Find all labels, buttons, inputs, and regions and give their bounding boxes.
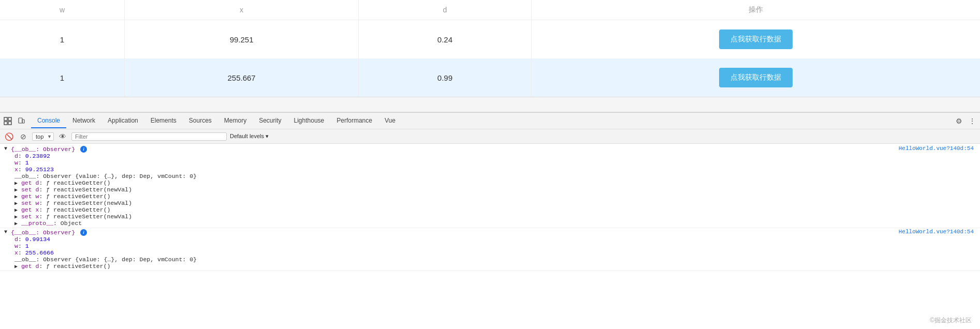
console-entry: ▼ {__ob__: Observer} id: 0.23892w: 1x: 9… xyxy=(0,145,980,228)
console-filter-input[interactable] xyxy=(71,132,227,141)
cell-x: 99.251 xyxy=(124,20,358,59)
console-child-line: d: 0.23892 xyxy=(4,153,872,159)
cell-action: 点我获取行数据 xyxy=(531,20,980,59)
console-clear-btn[interactable]: 🚫 xyxy=(3,131,14,142)
devtools-tabs: ConsoleNetworkApplicationElementsSources… xyxy=(31,114,953,128)
console-expand[interactable]: ▶ xyxy=(14,194,18,200)
col-header-x: x xyxy=(124,0,358,20)
console-child-line: __ob__: Observer {value: {…}, dep: Dep, … xyxy=(4,173,872,180)
fetch-row-button[interactable]: 点我获取行数据 xyxy=(719,29,793,49)
devtools-tab-performance[interactable]: Performance xyxy=(330,114,378,128)
console-source-link[interactable]: HelloWorld.vue?140d:54 xyxy=(876,229,980,235)
data-table: w x d 操作 1 99.251 0.24 点我获取行数据 1 255.667… xyxy=(0,0,980,97)
console-entry-content: ▼ {__ob__: Observer} id: 0.99134w: 1x: 2… xyxy=(0,229,876,270)
console-value: 1 xyxy=(22,159,29,166)
console-child-line: ▶ set w: ƒ reactiveSetter(newVal) xyxy=(4,200,872,206)
console-key: d xyxy=(14,236,18,243)
table-row: 1 99.251 0.24 点我获取行数据 xyxy=(0,20,980,59)
svg-rect-0 xyxy=(4,117,7,121)
console-info-icon: i xyxy=(80,146,87,153)
devtools-right-icons: ⚙ ⋮ xyxy=(953,115,978,127)
console-child-line: d: 0.99134 xyxy=(4,236,872,243)
console-levels-label[interactable]: Default levels ▾ xyxy=(230,133,269,140)
console-toolbar: 🚫 ⊘ top ▼ 👁 Default levels ▾ xyxy=(0,129,980,144)
console-child-line: ▶ set d: ƒ reactiveSetter(newVal) xyxy=(4,186,872,193)
devtools-device-btn[interactable] xyxy=(16,115,27,127)
console-value: 0.23892 xyxy=(22,153,50,159)
devtools-tab-elements[interactable]: Elements xyxy=(144,114,183,128)
console-child-line: w: 1 xyxy=(4,159,872,166)
console-child-line: ▶ get x: ƒ reactiveGetter() xyxy=(4,206,872,213)
col-header-action: 操作 xyxy=(531,0,980,20)
console-key: set w xyxy=(21,200,39,206)
console-key: set x xyxy=(21,213,39,220)
devtools-icon-group xyxy=(2,115,27,127)
devtools-tab-application[interactable]: Application xyxy=(101,114,144,128)
cell-d: 0.99 xyxy=(359,58,531,97)
console-value: 255.6666 xyxy=(22,249,54,256)
devtools-tab-sources[interactable]: Sources xyxy=(183,114,218,128)
devtools-tab-memory[interactable]: Memory xyxy=(218,114,253,128)
devtools-more-btn[interactable]: ⋮ xyxy=(967,115,978,127)
cell-action: 点我获取行数据 xyxy=(531,58,980,97)
fetch-row-button[interactable]: 点我获取行数据 xyxy=(719,68,793,87)
console-expand[interactable]: ▶ xyxy=(14,221,18,227)
console-context-select[interactable]: top xyxy=(32,132,54,141)
console-toggle[interactable]: ▼ xyxy=(4,229,7,235)
console-info-icon: i xyxy=(80,229,87,236)
console-filter-btn[interactable]: ⊘ xyxy=(18,131,29,142)
svg-rect-1 xyxy=(8,117,11,121)
console-key: x xyxy=(14,249,18,256)
console-expand[interactable]: ▶ xyxy=(14,207,18,213)
console-child-line: x: 255.6666 xyxy=(4,249,872,256)
console-expand[interactable]: ▶ xyxy=(14,264,18,270)
console-key: get d xyxy=(21,263,39,270)
console-source-link[interactable]: HelloWorld.vue?140d:54 xyxy=(876,145,980,152)
devtools-inspect-btn[interactable] xyxy=(2,115,13,127)
col-header-w: w xyxy=(0,0,124,20)
devtools-tab-vue[interactable]: Vue xyxy=(378,114,402,128)
devtools-tab-security[interactable]: Security xyxy=(253,114,287,128)
console-child-line: ▶ set x: ƒ reactiveSetter(newVal) xyxy=(4,213,872,220)
devtools-settings-btn[interactable]: ⚙ xyxy=(953,115,964,127)
console-child-line: ▶ get w: ƒ reactiveGetter() xyxy=(4,193,872,200)
console-expand[interactable]: ▶ xyxy=(14,201,18,206)
table-row: 1 255.667 0.99 点我获取行数据 xyxy=(0,58,980,97)
console-levels-wrap: Default levels ▾ xyxy=(230,133,269,140)
console-object-type: {__ob__: Observer} xyxy=(11,229,75,236)
svg-rect-3 xyxy=(8,122,11,125)
console-toggle[interactable]: ▼ xyxy=(4,146,7,152)
console-output: ▼ {__ob__: Observer} id: 0.23892w: 1x: 9… xyxy=(0,144,980,272)
console-entry: ▼ {__ob__: Observer} id: 0.99134w: 1x: 2… xyxy=(0,228,980,271)
console-key: w xyxy=(14,159,18,166)
devtools-tab-lighthouse[interactable]: Lighthouse xyxy=(288,114,331,128)
col-header-d: d xyxy=(359,0,531,20)
console-key: get x xyxy=(21,206,39,213)
svg-rect-5 xyxy=(22,119,24,123)
console-expand[interactable]: ▶ xyxy=(14,214,18,220)
console-key: d xyxy=(14,153,18,159)
devtools-tabbar: ConsoleNetworkApplicationElementsSources… xyxy=(0,113,980,129)
divider xyxy=(0,97,980,112)
console-child-line: __ob__: Observer {value: {…}, dep: Dep, … xyxy=(4,256,872,263)
console-key: set d xyxy=(21,186,39,193)
cell-w: 1 xyxy=(0,58,124,97)
cell-w: 1 xyxy=(0,20,124,59)
devtools-tab-network[interactable]: Network xyxy=(66,114,101,128)
console-key: x xyxy=(14,166,18,173)
devtools-panel: ConsoleNetworkApplicationElementsSources… xyxy=(0,112,980,272)
cell-x: 255.667 xyxy=(124,58,358,97)
devtools-tab-console[interactable]: Console xyxy=(31,114,66,128)
console-value: 99.25123 xyxy=(22,166,54,173)
console-expand[interactable]: ▶ xyxy=(14,181,18,186)
cell-d: 0.24 xyxy=(359,20,531,59)
console-child-line: ▶ __proto__: Object xyxy=(4,220,872,227)
console-key: __proto__ xyxy=(21,220,53,227)
console-child-line: ▶ get d: ƒ reactiveSetter() xyxy=(4,263,872,270)
svg-rect-4 xyxy=(19,118,22,123)
console-eye-btn[interactable]: 👁 xyxy=(57,131,68,142)
console-expand[interactable]: ▶ xyxy=(14,187,18,193)
console-key: get w xyxy=(21,193,39,200)
console-context-wrap: top ▼ xyxy=(32,132,54,141)
console-key: w xyxy=(14,243,18,249)
